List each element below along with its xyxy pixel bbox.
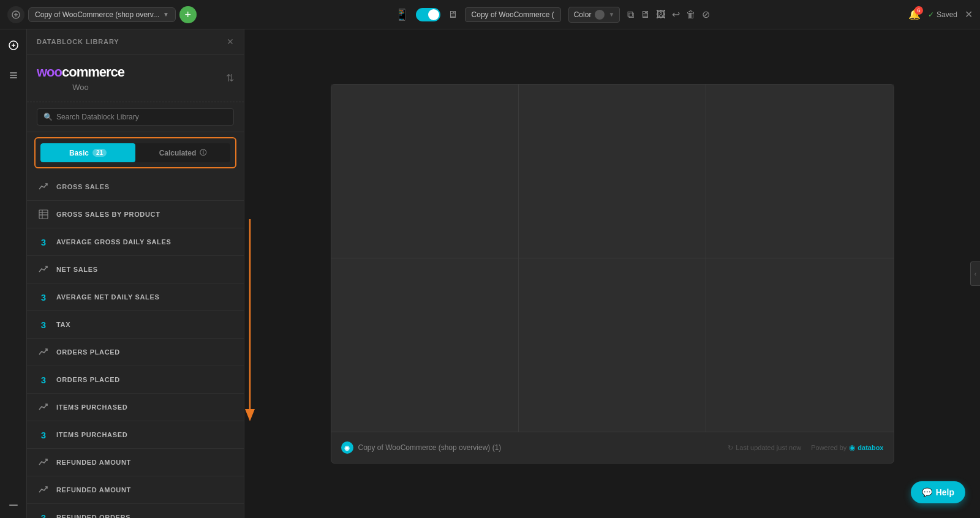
chart-icon-orders <box>37 345 50 359</box>
chart-icon-refunded2 <box>37 483 50 497</box>
color-dot <box>595 10 605 20</box>
doc-name-field[interactable]: Copy of WooCommerce ( <box>465 7 561 22</box>
footer-doc-title: Copy of WooCommerce (shop overview) (1) <box>358 443 502 452</box>
list-item-items-purchased-chart[interactable]: ITEMS PURCHASED <box>27 394 244 421</box>
chart-icon-net <box>37 263 50 276</box>
tab-basic-badge: 21 <box>92 149 107 157</box>
main-layout: DATABLOCK LIBRARY ✕ woocommerce Woo ⇅ 🔍 … <box>0 29 980 518</box>
help-chat-icon: 💬 <box>922 487 932 497</box>
info-icon: ⓘ <box>200 148 206 157</box>
app-logo[interactable] <box>7 6 24 23</box>
refunded-amount-chart2-label: REFUNDED AMOUNT <box>56 486 131 494</box>
icon-bar-settings[interactable] <box>4 492 23 512</box>
sidebar: DATABLOCK LIBRARY ✕ woocommerce Woo ⇅ 🔍 … <box>27 29 244 518</box>
num-icon-3e: 3 <box>37 428 50 441</box>
list-item-gross-sales[interactable]: GROSS SALES <box>27 173 244 201</box>
copy-icon[interactable]: ⧉ <box>627 9 634 20</box>
doc-name-text: Copy of WooCommerce ( <box>472 10 554 19</box>
sidebar-header: DATABLOCK LIBRARY ✕ <box>27 29 244 54</box>
gross-sales-label: GROSS SALES <box>56 183 110 190</box>
chart-icon-items <box>37 400 50 414</box>
add-tab-button[interactable]: + <box>179 6 197 23</box>
refunded-amount-chart-label: REFUNDED AMOUNT <box>56 459 131 466</box>
svg-rect-5 <box>9 505 18 506</box>
list-item-refunded-orders[interactable]: 3 REFUNDED ORDERS <box>27 504 244 518</box>
list-item-orders-placed-num[interactable]: 3 ORDERS PLACED <box>27 366 244 394</box>
grid-cell-6 <box>706 258 894 432</box>
list-item-net-sales[interactable]: NET SALES <box>27 256 244 283</box>
notifications-button[interactable]: 🔔 6 <box>908 9 921 20</box>
list-item-items-purchased-num[interactable]: 3 ITEMS PURCHASED <box>27 421 244 449</box>
num-icon-3b: 3 <box>37 290 50 304</box>
tabs-highlighted-area: Basic 21 Calculated ⓘ <box>34 137 236 168</box>
redo-icon[interactable]: ↩ <box>672 9 680 20</box>
datablock-list: GROSS SALES GROSS SALES BY PRODUCT 3 AVE… <box>27 173 244 518</box>
icon-bar-home[interactable] <box>4 36 23 55</box>
woo-subtitle: Woo <box>72 83 89 92</box>
avg-gross-daily-sales-label: AVERAGE GROSS DAILY SALES <box>56 238 171 246</box>
list-item-avg-net-daily-sales[interactable]: 3 AVERAGE NET DAILY SALES <box>27 283 244 311</box>
grid-cell-1 <box>331 84 519 258</box>
device-icons: 📱 <box>395 8 409 21</box>
woo-logo: woocommerce Woo <box>37 64 124 92</box>
delete-icon[interactable]: ⊘ <box>702 9 710 20</box>
image-icon[interactable]: 🖼 <box>656 9 666 20</box>
footer-logo: ◉ <box>341 441 353 454</box>
gross-sales-by-product-label: GROSS SALES BY PRODUCT <box>56 211 160 218</box>
tab-basic-label: Basic <box>69 149 89 157</box>
woo-expand-icon[interactable]: ⇅ <box>226 72 234 84</box>
notification-badge: 6 <box>914 6 923 15</box>
tab-label: Copy of WooCommerce (shop overv... <box>35 10 159 19</box>
color-selector[interactable]: Color ▼ <box>568 7 620 23</box>
right-panel-toggle[interactable]: ‹ <box>970 261 980 286</box>
tab-basic[interactable]: Basic 21 <box>40 143 135 162</box>
svg-rect-6 <box>39 210 48 219</box>
woo-logo-text: woocommerce <box>37 64 124 80</box>
close-button[interactable]: ✕ <box>965 9 973 20</box>
list-item-tax[interactable]: 3 TAX <box>27 311 244 339</box>
chart-icon-refunded <box>37 456 50 469</box>
list-item-refunded-amount-chart[interactable]: REFUNDED AMOUNT <box>27 449 244 476</box>
canvas-area: ◉ Copy of WooCommerce (shop overview) (1… <box>244 29 980 518</box>
refunded-orders-label: REFUNDED ORDERS <box>56 514 130 518</box>
avg-net-daily-sales-label: AVERAGE NET DAILY SALES <box>56 293 159 301</box>
mobile-icon[interactable]: 📱 <box>395 8 409 21</box>
net-sales-label: NET SALES <box>56 266 98 273</box>
list-item-refunded-amount-chart2[interactable]: REFUNDED AMOUNT <box>27 476 244 504</box>
list-item-avg-gross-daily-sales[interactable]: 3 AVERAGE GROSS DAILY SALES <box>27 228 244 256</box>
color-chevron-icon: ▼ <box>608 11 614 18</box>
footer-right: ↻ Last updated just now Powered by ◉ dat… <box>728 443 883 452</box>
current-tab[interactable]: Copy of WooCommerce (shop overv... ▼ <box>28 7 176 22</box>
desktop-icon-wrap: 🖥 <box>448 9 458 20</box>
num-icon-3a: 3 <box>37 235 50 249</box>
search-input[interactable]: Search Datablock Library <box>56 113 139 121</box>
search-input-wrap[interactable]: 🔍 Search Datablock Library <box>37 108 234 126</box>
powered-by-text: Powered by <box>811 444 846 451</box>
help-label: Help <box>936 487 954 497</box>
refresh-icon: ↻ <box>728 444 733 452</box>
trash-icon[interactable]: 🗑 <box>686 9 696 20</box>
check-icon: ✓ <box>928 10 934 19</box>
svg-rect-4 <box>10 77 17 78</box>
list-item-gross-sales-by-product[interactable]: GROSS SALES BY PRODUCT <box>27 201 244 228</box>
topbar-center: 📱 🖥 Copy of WooCommerce ( Color ▼ ⧉ 🖥 🖼 … <box>202 7 903 23</box>
footer-updated: ↻ Last updated just now <box>728 444 801 452</box>
footer-powered: Powered by ◉ databox <box>811 443 883 452</box>
search-icon: 🔍 <box>43 113 53 121</box>
desktop-icon[interactable]: 🖥 <box>448 9 458 20</box>
tab-calculated[interactable]: Calculated ⓘ <box>135 143 230 162</box>
topbar-right: 🔔 6 ✓ Saved ✕ <box>908 9 973 20</box>
monitor-icon[interactable]: 🖥 <box>640 9 650 20</box>
search-bar: 🔍 Search Datablock Library <box>27 102 244 132</box>
svg-rect-2 <box>10 72 17 73</box>
woo-logo-area: woocommerce Woo ⇅ <box>27 54 244 102</box>
list-item-orders-placed-chart[interactable]: ORDERS PLACED <box>27 339 244 366</box>
view-toggle[interactable] <box>416 8 440 21</box>
help-button[interactable]: 💬 Help <box>911 481 965 503</box>
grid-cell-5 <box>519 258 706 432</box>
grid-cell-3 <box>706 84 894 258</box>
tab-dropdown-icon[interactable]: ▼ <box>163 11 169 18</box>
sidebar-close-button[interactable]: ✕ <box>227 37 234 47</box>
tab-calculated-label: Calculated <box>159 149 197 157</box>
icon-bar-layers[interactable] <box>4 65 23 84</box>
